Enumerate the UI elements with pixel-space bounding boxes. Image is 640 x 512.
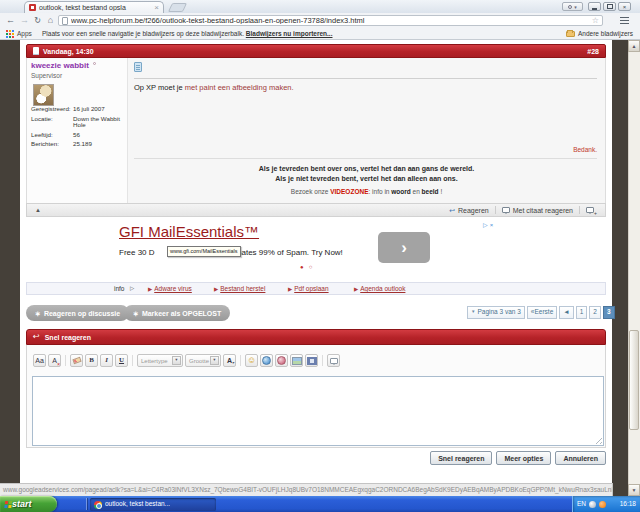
post-divider bbox=[134, 78, 597, 79]
reply-textarea-wrap bbox=[32, 376, 604, 446]
chevron-down-icon: ▾ bbox=[172, 356, 181, 365]
insert-link-button[interactable] bbox=[260, 354, 273, 367]
page-3-current[interactable]: 3 bbox=[603, 306, 615, 319]
tab-close-icon[interactable]: × bbox=[154, 4, 159, 12]
font-color-button[interactable]: A▾ bbox=[223, 354, 236, 367]
quote-reply-button[interactable]: Met citaat reageren bbox=[513, 207, 573, 214]
signature-line-1: Als je tevreden bent over ons, vertel he… bbox=[128, 165, 605, 172]
restore-button[interactable] bbox=[603, 2, 616, 11]
apps-grid-icon[interactable] bbox=[6, 30, 8, 32]
related-link-text[interactable]: Agenda outlook bbox=[360, 285, 405, 292]
font-size-select[interactable]: Grootte▾ bbox=[185, 354, 221, 367]
first-page-button[interactable]: «Eerste bbox=[527, 306, 557, 319]
other-bookmarks-button[interactable]: Andere bladwijzers bbox=[578, 31, 633, 38]
adchoices-icon[interactable]: ▷ bbox=[483, 222, 488, 228]
message-link[interactable]: met paint een afbeelding maken. bbox=[185, 83, 294, 92]
badge-dot-icon bbox=[568, 5, 572, 9]
taskbar-divider bbox=[86, 498, 87, 510]
related-link-text[interactable]: Adware virus bbox=[154, 285, 192, 292]
browser-tab[interactable]: outlook, tekst bestand opsla × bbox=[24, 1, 164, 13]
minimize-button[interactable] bbox=[588, 2, 601, 11]
new-tab-button[interactable] bbox=[168, 3, 187, 12]
home-icon[interactable]: ⌂ bbox=[44, 14, 57, 27]
chevron-down-icon: ▼ bbox=[471, 310, 475, 315]
reload-icon[interactable]: ↻ bbox=[31, 14, 44, 27]
close-button[interactable]: × bbox=[618, 2, 631, 11]
more-options-button[interactable]: Meer opties bbox=[496, 451, 551, 465]
font-select-label: Lettertype bbox=[141, 358, 168, 364]
reply-thread-button[interactable]: ∗Reageren op discussie bbox=[26, 305, 129, 321]
taskbar-task-button[interactable]: outlook, tekst bestan... bbox=[90, 498, 216, 511]
window-badge[interactable]: ▾ bbox=[562, 2, 583, 11]
remove-format-button[interactable]: A× bbox=[48, 354, 61, 367]
scroll-up-icon[interactable]: ▲ bbox=[628, 40, 640, 52]
quick-reply-panel: Aa A× B I U Lettertype▾ Grootte▾ A▾ ☺ bbox=[26, 345, 606, 448]
scrollbar-thumb[interactable] bbox=[629, 330, 639, 430]
scroll-down-icon[interactable]: ▼ bbox=[628, 484, 640, 496]
page-icon bbox=[62, 17, 68, 25]
related-link-text[interactable]: Bestand herstel bbox=[220, 285, 265, 292]
videozone-link[interactable]: VIDEOZONE bbox=[330, 188, 368, 195]
insert-image-button[interactable] bbox=[290, 354, 303, 367]
reply-textarea[interactable] bbox=[32, 376, 604, 446]
related-link[interactable]: ▶Agenda outlook bbox=[354, 286, 405, 293]
star-icon: ∗ bbox=[133, 310, 139, 317]
tab-title: outlook, tekst bestand opsla bbox=[39, 4, 151, 11]
back-icon[interactable]: ← bbox=[4, 14, 17, 27]
menu-button[interactable] bbox=[616, 15, 633, 26]
insert-video-button[interactable] bbox=[305, 354, 318, 367]
dot-inactive-icon[interactable]: ○ bbox=[309, 264, 313, 270]
chevron-down-icon: ▾ bbox=[210, 356, 219, 365]
dot-active-icon[interactable]: ● bbox=[300, 264, 304, 270]
divider bbox=[495, 206, 496, 214]
url-text[interactable]: www.pc-helpforum.be/f266/outlook-tekst-b… bbox=[71, 17, 589, 25]
thanks-link[interactable]: Bedank. bbox=[573, 147, 597, 154]
apps-label[interactable]: Apps bbox=[17, 31, 32, 38]
multiquote-icon[interactable] bbox=[586, 207, 594, 213]
page-2-button[interactable]: 2 bbox=[589, 306, 601, 319]
bookmark-star-icon[interactable]: ☆ bbox=[592, 17, 599, 25]
page-select-dropdown[interactable]: ▼Pagina 3 van 3 bbox=[467, 306, 525, 319]
italic-button[interactable]: I bbox=[100, 354, 113, 367]
import-bookmarks-link[interactable]: Bladwijzers nu importeren... bbox=[246, 30, 333, 37]
prev-page-button[interactable]: ◄ bbox=[559, 306, 573, 319]
related-link[interactable]: ▶Adware virus bbox=[148, 286, 192, 293]
forward-icon[interactable]: → bbox=[18, 14, 31, 27]
underline-button[interactable]: U bbox=[115, 354, 128, 367]
url-bar[interactable]: www.pc-helpforum.be/f266/outlook-tekst-b… bbox=[58, 15, 603, 26]
smiley-button[interactable]: ☺ bbox=[245, 354, 258, 367]
post-number-link[interactable]: #28 bbox=[587, 48, 599, 55]
language-indicator[interactable]: EN bbox=[577, 501, 586, 508]
report-post-icon[interactable]: ▲ bbox=[35, 207, 41, 213]
ad-close-icon[interactable]: × bbox=[490, 222, 494, 228]
cancel-button[interactable]: Annuleren bbox=[555, 451, 606, 465]
ad-title-link[interactable]: GFI MailEssentials™ bbox=[119, 224, 259, 241]
info-value: 16 juli 2007 bbox=[73, 106, 127, 112]
font-family-select[interactable]: Lettertype▾ bbox=[137, 354, 183, 367]
avatar[interactable] bbox=[33, 84, 54, 106]
reply-button[interactable]: Reageren bbox=[458, 207, 489, 214]
eraser-button[interactable] bbox=[70, 354, 83, 367]
insert-quote-button[interactable] bbox=[327, 354, 340, 367]
browser-titlebar: outlook, tekst bestand opsla × ▾ × bbox=[0, 0, 640, 13]
remove-link-button[interactable] bbox=[275, 354, 288, 367]
submit-reply-button[interactable]: Snel reageren bbox=[430, 451, 492, 465]
ad-next-button[interactable]: › bbox=[378, 232, 430, 263]
related-link[interactable]: ▶Bestand herstel bbox=[214, 286, 265, 293]
author-name-link[interactable]: kweezie wabbit bbox=[31, 62, 89, 70]
tray-antivirus-icon[interactable] bbox=[599, 501, 606, 508]
bold-button[interactable]: B bbox=[85, 354, 98, 367]
info-label: info bbox=[114, 286, 124, 293]
clock[interactable]: 16:18 bbox=[620, 501, 636, 508]
reply-arrow-icon: ↩ bbox=[449, 207, 455, 214]
start-button[interactable]: start bbox=[0, 496, 57, 512]
sig-text: en bbox=[411, 188, 422, 195]
editor-mode-button[interactable]: Aa bbox=[33, 354, 46, 367]
tray-app-icon[interactable] bbox=[589, 501, 596, 508]
page-1-button[interactable]: 1 bbox=[576, 306, 588, 319]
ad-text-post: minates 99% of Spam. Try Now! bbox=[229, 249, 343, 257]
related-link-text[interactable]: Pdf opslaan bbox=[294, 285, 328, 292]
related-link[interactable]: ▶Pdf opslaan bbox=[288, 286, 329, 293]
bullet-icon: ▶ bbox=[288, 286, 292, 292]
mark-solved-button[interactable]: ∗Markeer als OPGELOST bbox=[124, 305, 230, 321]
